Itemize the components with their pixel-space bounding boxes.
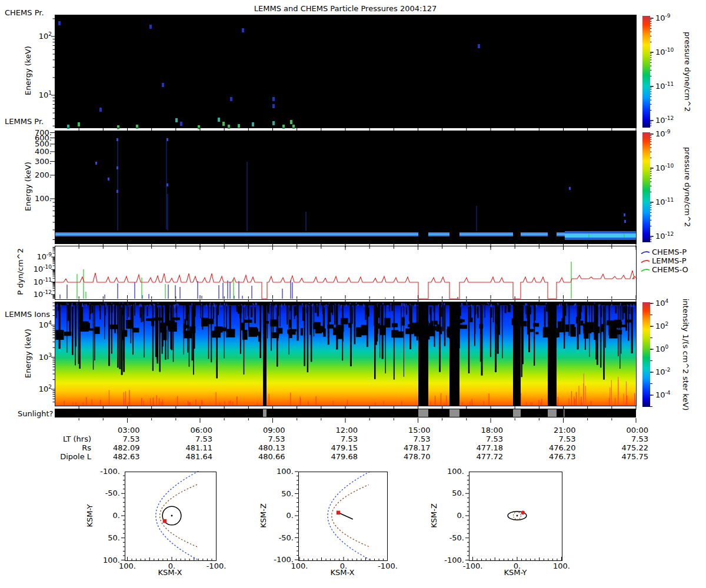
time-tick-label: 09:00 <box>238 426 285 435</box>
colorbar-tick-label: 10-10 <box>655 48 674 56</box>
orbit-y-tick: 50. <box>91 533 120 542</box>
lt-value: 7.53 <box>601 435 648 443</box>
tick-label: 100. <box>26 194 52 203</box>
y-axis-label-pdyn: P dyn/cm^2 <box>16 248 25 295</box>
time-tick-label: 18:00 <box>456 426 503 435</box>
lt-value: 7.53 <box>93 435 140 443</box>
time-tick-label: 03:00 <box>93 426 140 435</box>
rs-value: 477.18 <box>456 443 503 452</box>
orbit-y-tick: -50. <box>264 533 294 542</box>
orbit-y-tick: -100. <box>264 555 294 564</box>
orbit-x-tick: -100. <box>378 562 398 570</box>
rs-value: 478.17 <box>384 443 431 452</box>
colorbar-tick-label: 100 <box>655 345 668 353</box>
time-tick-label: 21:00 <box>529 426 576 435</box>
tick-label: 10-12 <box>26 290 52 299</box>
colorbar-tick-label: 10-11 <box>655 198 674 206</box>
lt-value: 7.53 <box>529 435 576 443</box>
dipole-value: 476.73 <box>529 452 576 461</box>
orbit-y-tick: 100. <box>264 467 294 476</box>
tick-label: 101 <box>26 91 52 99</box>
colorbar-tick-label: 10-4 <box>655 390 671 399</box>
orbit-x-tick: 0. <box>340 562 347 570</box>
colorbar-tick-label: 102 <box>655 322 668 330</box>
orbit-y-tick: -50. <box>435 533 464 542</box>
tick-label: 104 <box>26 320 52 329</box>
row-label-dipole: Dipole L <box>21 452 91 461</box>
tick-label: 103 <box>26 353 52 362</box>
dipole-value: 481.64 <box>165 452 212 461</box>
colorbar-unit-intensity: intensity 1/(s cm^2 ster keV) <box>681 299 690 411</box>
tick-label: 10-10 <box>26 265 52 273</box>
orbit-x-tick: -100. <box>463 562 483 570</box>
orbit-y-tick: 0. <box>91 511 120 520</box>
colorbar-tick-label: 104 <box>655 299 668 308</box>
tick-label: 200. <box>26 171 52 179</box>
lt-value: 7.53 <box>456 435 503 443</box>
lt-value: 7.53 <box>238 435 285 443</box>
figure-graphics <box>0 0 706 588</box>
colorbar-tick-label: 10-2 <box>655 368 671 376</box>
lt-value: 7.53 <box>165 435 212 443</box>
orbit-y-tick: -100. <box>435 556 464 564</box>
dipole-value: 479.68 <box>311 452 358 461</box>
orbit-y-tick: 50. <box>264 489 294 498</box>
rs-value: 480.13 <box>238 443 285 452</box>
panel-label-lemms-pr: LEMMS Pr. <box>5 117 44 126</box>
panel-label-chems-pr: CHEMS Pr. <box>5 8 44 17</box>
dipole-value: 482.63 <box>93 452 140 461</box>
time-tick-label: 06:00 <box>165 426 212 435</box>
legend-item-chems-o: CHEMS-O <box>652 265 688 274</box>
rs-value: 482.09 <box>93 443 140 452</box>
tick-label: 10-9 <box>26 252 52 261</box>
orbit-y-tick: 0. <box>435 511 464 520</box>
colorbar-tick-label: 10-12 <box>655 232 674 240</box>
orbit-y-tick: 100. <box>435 467 464 476</box>
dipole-value: 478.70 <box>384 452 431 461</box>
orbit-y-tick: 100. <box>91 556 120 564</box>
tick-label: 102 <box>26 32 52 41</box>
orbit-y-tick: 0. <box>264 511 294 520</box>
colorbar-unit-pressure-1: pressure dyne/cm^2 <box>683 32 692 112</box>
colorbar-unit-pressure-2: pressure dyne/cm^2 <box>683 147 692 227</box>
legend-item-lemms-p: LEMMS-P <box>652 256 687 265</box>
colorbar-tick-label: 10-11 <box>655 82 674 91</box>
rs-value: 475.22 <box>601 443 648 452</box>
orbit-x-tick: 100. <box>553 562 570 570</box>
orbit-y-tick: -100. <box>91 467 120 476</box>
panel-label-lemms-ions: LEMMS Ions <box>5 310 50 319</box>
orbit-x-tick: 0. <box>168 562 175 570</box>
legend-item-chems-p: CHEMS-P <box>652 248 687 256</box>
rs-value: 481.11 <box>165 443 212 452</box>
lt-value: 7.53 <box>311 435 358 443</box>
rs-value: 479.15 <box>311 443 358 452</box>
orbit-y-tick: 50. <box>435 489 464 497</box>
row-label-lt: LT (hrs) <box>21 435 91 443</box>
dipole-value: 480.66 <box>238 452 285 461</box>
page-title: LEMMS and CHEMS Particle Pressures 2004:… <box>254 4 437 13</box>
tick-label: 102 <box>26 385 52 393</box>
colorbar-tick-label: 10-9 <box>655 14 671 22</box>
colorbar-tick-label: 10-12 <box>655 116 674 125</box>
lt-value: 7.53 <box>384 435 431 443</box>
orbit-x-tick: 100. <box>119 562 136 570</box>
colorbar-tick-label: 10-9 <box>655 129 671 138</box>
dipole-value: 477.72 <box>456 452 503 461</box>
dipole-value: 475.75 <box>601 452 648 461</box>
y-axis-label-energy-2: Energy (keV) <box>24 162 32 211</box>
panel-label-sunlight: Sunlight? <box>18 409 53 418</box>
orbit-x-tick: 0. <box>514 562 521 570</box>
time-tick-label: 00:00 <box>601 426 648 435</box>
figure-root: LEMMS and CHEMS Particle Pressures 2004:… <box>0 0 706 588</box>
tick-label: 300. <box>26 157 52 166</box>
tick-label: 10-11 <box>26 278 52 286</box>
orbit-y-tick: -50. <box>91 489 120 497</box>
tick-label: 400. <box>26 147 52 156</box>
row-label-rs: Rs <box>21 443 91 452</box>
colorbar-tick-label: 10-10 <box>655 163 674 172</box>
y-axis-label-energy-1: Energy (keV) <box>24 46 32 95</box>
time-tick-label: 12:00 <box>311 426 358 435</box>
orbit-x-tick: -100. <box>207 562 227 570</box>
time-tick-label: 15:00 <box>384 426 431 435</box>
rs-value: 476.20 <box>529 443 576 452</box>
